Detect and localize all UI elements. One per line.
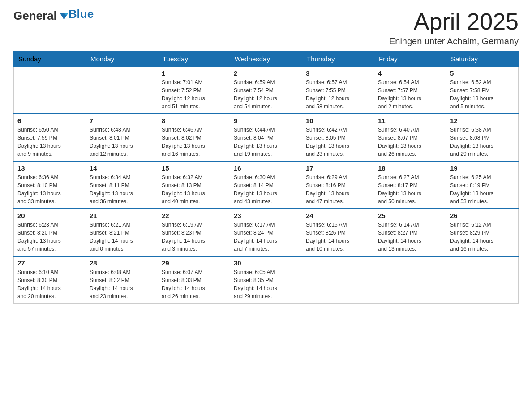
day-info: Sunrise: 6:50 AMSunset: 7:59 PMDaylight:… <box>17 126 82 158</box>
day-info: Sunrise: 6:14 AMSunset: 8:27 PMDaylight:… <box>378 221 442 253</box>
calendar-cell <box>374 256 446 304</box>
calendar-cell <box>302 256 374 304</box>
calendar-cell: 16Sunrise: 6:30 AMSunset: 8:14 PMDayligh… <box>230 161 302 209</box>
day-info: Sunrise: 6:36 AMSunset: 8:10 PMDaylight:… <box>17 173 82 206</box>
day-info: Sunrise: 6:17 AMSunset: 8:24 PMDaylight:… <box>234 221 298 253</box>
calendar-cell: 6Sunrise: 6:50 AMSunset: 7:59 PMDaylight… <box>14 114 86 161</box>
calendar-cell <box>86 67 158 114</box>
day-number: 1 <box>162 69 226 77</box>
day-info: Sunrise: 6:32 AMSunset: 8:13 PMDaylight:… <box>162 173 226 206</box>
calendar-cell: 24Sunrise: 6:15 AMSunset: 8:26 PMDayligh… <box>302 209 374 256</box>
day-info: Sunrise: 6:12 AMSunset: 8:29 PMDaylight:… <box>450 221 515 253</box>
calendar-cell: 2Sunrise: 6:59 AMSunset: 7:54 PMDaylight… <box>230 67 302 114</box>
day-info: Sunrise: 6:40 AMSunset: 8:07 PMDaylight:… <box>378 126 442 158</box>
day-number: 6 <box>17 117 82 124</box>
calendar-cell: 25Sunrise: 6:14 AMSunset: 8:27 PMDayligh… <box>374 209 446 256</box>
logo: General Blue <box>13 9 94 23</box>
day-info: Sunrise: 6:34 AMSunset: 8:11 PMDaylight:… <box>90 173 154 206</box>
calendar-cell: 26Sunrise: 6:12 AMSunset: 8:29 PMDayligh… <box>446 209 519 256</box>
day-number: 8 <box>162 117 226 124</box>
day-number: 11 <box>378 117 442 124</box>
day-number: 12 <box>450 117 515 124</box>
day-number: 25 <box>378 212 442 219</box>
weekday-header-wednesday: Wednesday <box>230 51 302 67</box>
day-number: 18 <box>378 164 442 172</box>
calendar-week-row: 1Sunrise: 7:01 AMSunset: 7:52 PMDaylight… <box>14 67 519 114</box>
day-info: Sunrise: 6:27 AMSunset: 8:17 PMDaylight:… <box>378 173 442 206</box>
logo-general: General <box>13 9 57 23</box>
calendar-week-row: 27Sunrise: 6:10 AMSunset: 8:30 PMDayligh… <box>14 256 519 304</box>
day-info: Sunrise: 6:21 AMSunset: 8:21 PMDaylight:… <box>90 221 154 253</box>
calendar-cell: 4Sunrise: 6:54 AMSunset: 7:57 PMDaylight… <box>374 67 446 114</box>
day-info: Sunrise: 6:25 AMSunset: 8:19 PMDaylight:… <box>450 173 515 206</box>
day-number: 5 <box>450 69 515 77</box>
day-number: 19 <box>450 164 515 172</box>
day-info: Sunrise: 6:30 AMSunset: 8:14 PMDaylight:… <box>234 173 298 206</box>
calendar-cell: 23Sunrise: 6:17 AMSunset: 8:24 PMDayligh… <box>230 209 302 256</box>
day-info: Sunrise: 6:19 AMSunset: 8:23 PMDaylight:… <box>162 221 226 253</box>
day-number: 24 <box>306 212 370 219</box>
day-number: 26 <box>450 212 515 219</box>
calendar-cell: 30Sunrise: 6:05 AMSunset: 8:35 PMDayligh… <box>230 256 302 304</box>
day-info: Sunrise: 6:29 AMSunset: 8:16 PMDaylight:… <box>306 173 370 206</box>
day-info: Sunrise: 6:44 AMSunset: 8:04 PMDaylight:… <box>234 126 298 158</box>
calendar-cell: 1Sunrise: 7:01 AMSunset: 7:52 PMDaylight… <box>158 67 230 114</box>
calendar-cell: 29Sunrise: 6:07 AMSunset: 8:33 PMDayligh… <box>158 256 230 304</box>
page-header: General Blue April 2025 Eningen unter Ac… <box>13 9 519 47</box>
day-info: Sunrise: 6:23 AMSunset: 8:20 PMDaylight:… <box>17 221 82 253</box>
day-number: 27 <box>17 259 82 267</box>
day-info: Sunrise: 6:48 AMSunset: 8:01 PMDaylight:… <box>90 126 154 158</box>
calendar-cell: 28Sunrise: 6:08 AMSunset: 8:32 PMDayligh… <box>86 256 158 304</box>
calendar-cell: 9Sunrise: 6:44 AMSunset: 8:04 PMDaylight… <box>230 114 302 161</box>
day-number: 3 <box>306 69 370 77</box>
day-number: 29 <box>162 259 226 267</box>
day-info: Sunrise: 6:54 AMSunset: 7:57 PMDaylight:… <box>378 78 442 111</box>
day-info: Sunrise: 6:15 AMSunset: 8:26 PMDaylight:… <box>306 221 370 253</box>
day-info: Sunrise: 6:59 AMSunset: 7:54 PMDaylight:… <box>234 78 298 111</box>
day-number: 9 <box>234 117 298 124</box>
day-number: 28 <box>90 259 154 267</box>
day-info: Sunrise: 6:07 AMSunset: 8:33 PMDaylight:… <box>162 268 226 300</box>
weekday-header-sunday: Sunday <box>14 51 86 67</box>
calendar-cell: 13Sunrise: 6:36 AMSunset: 8:10 PMDayligh… <box>14 161 86 209</box>
day-info: Sunrise: 7:01 AMSunset: 7:52 PMDaylight:… <box>162 78 226 111</box>
weekday-header-tuesday: Tuesday <box>158 51 230 67</box>
day-number: 7 <box>90 117 154 124</box>
calendar-cell: 15Sunrise: 6:32 AMSunset: 8:13 PMDayligh… <box>158 161 230 209</box>
day-number: 20 <box>17 212 82 219</box>
calendar-cell: 27Sunrise: 6:10 AMSunset: 8:30 PMDayligh… <box>14 256 86 304</box>
day-number: 23 <box>234 212 298 219</box>
day-info: Sunrise: 6:52 AMSunset: 7:58 PMDaylight:… <box>450 78 515 111</box>
day-number: 21 <box>90 212 154 219</box>
calendar-header-row: SundayMondayTuesdayWednesdayThursdayFrid… <box>14 51 519 67</box>
location-title: Eningen unter Achalm, Germany <box>389 36 519 47</box>
calendar-cell: 22Sunrise: 6:19 AMSunset: 8:23 PMDayligh… <box>158 209 230 256</box>
weekday-header-monday: Monday <box>86 51 158 67</box>
weekday-header-saturday: Saturday <box>446 51 519 67</box>
calendar-cell: 5Sunrise: 6:52 AMSunset: 7:58 PMDaylight… <box>446 67 519 114</box>
day-number: 22 <box>162 212 226 219</box>
day-info: Sunrise: 6:08 AMSunset: 8:32 PMDaylight:… <box>90 268 154 300</box>
day-info: Sunrise: 6:57 AMSunset: 7:55 PMDaylight:… <box>306 78 370 111</box>
calendar-cell: 10Sunrise: 6:42 AMSunset: 8:05 PMDayligh… <box>302 114 374 161</box>
calendar-cell <box>14 67 86 114</box>
day-number: 15 <box>162 164 226 172</box>
calendar-cell: 8Sunrise: 6:46 AMSunset: 8:02 PMDaylight… <box>158 114 230 161</box>
day-number: 17 <box>306 164 370 172</box>
calendar-cell: 11Sunrise: 6:40 AMSunset: 8:07 PMDayligh… <box>374 114 446 161</box>
month-title: April 2025 <box>389 9 519 34</box>
calendar-table: SundayMondayTuesdayWednesdayThursdayFrid… <box>13 51 519 304</box>
day-info: Sunrise: 6:10 AMSunset: 8:30 PMDaylight:… <box>17 268 82 300</box>
calendar-cell: 21Sunrise: 6:21 AMSunset: 8:21 PMDayligh… <box>86 209 158 256</box>
day-info: Sunrise: 6:46 AMSunset: 8:02 PMDaylight:… <box>162 126 226 158</box>
calendar-cell: 18Sunrise: 6:27 AMSunset: 8:17 PMDayligh… <box>374 161 446 209</box>
calendar-cell: 3Sunrise: 6:57 AMSunset: 7:55 PMDaylight… <box>302 67 374 114</box>
title-block: April 2025 Eningen unter Achalm, Germany <box>389 9 519 47</box>
day-number: 16 <box>234 164 298 172</box>
day-number: 10 <box>306 117 370 124</box>
calendar-cell: 17Sunrise: 6:29 AMSunset: 8:16 PMDayligh… <box>302 161 374 209</box>
day-number: 4 <box>378 69 442 77</box>
day-info: Sunrise: 6:42 AMSunset: 8:05 PMDaylight:… <box>306 126 370 158</box>
calendar-cell <box>446 256 519 304</box>
calendar-cell: 19Sunrise: 6:25 AMSunset: 8:19 PMDayligh… <box>446 161 519 209</box>
